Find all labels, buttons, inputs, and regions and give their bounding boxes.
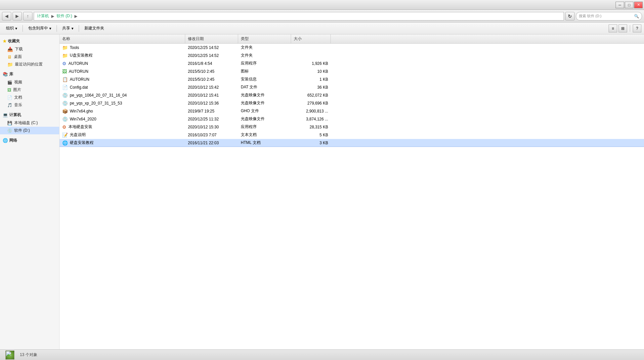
view-button-1[interactable]: ≡ xyxy=(609,24,617,32)
file-size: 3,874,126 ... xyxy=(306,117,328,121)
view-button-2[interactable]: ⊞ xyxy=(619,24,627,32)
refresh-button[interactable]: ↻ xyxy=(565,12,575,21)
table-row[interactable]: ⚙ 本地硬盘安装 2020/10/12 15:30 应用程序 28,315 KB xyxy=(60,123,644,131)
file-name: 光盘说明 xyxy=(70,132,86,138)
main-layout: ★ 收藏夹 📥 下载 🖥 桌面 📁 最近访问的位置 📚 库 xyxy=(0,34,644,349)
sidebar-item-music[interactable]: 🎵 音乐 xyxy=(0,101,59,109)
sidebar-item-disk-d[interactable]: 💿 软件 (D:) xyxy=(0,127,59,134)
file-type: GHO 文件 xyxy=(241,108,259,114)
col-size-label: 大小 xyxy=(294,36,302,42)
share-button[interactable]: 共享 ▾ xyxy=(59,24,77,33)
doc-icon: 📄 xyxy=(7,95,12,100)
status-count: 13 个对象 xyxy=(20,352,37,358)
table-row[interactable]: 📁 U盘安装教程 2020/12/25 14:52 文件夹 xyxy=(60,52,644,60)
sidebar-item-video[interactable]: 🎬 视频 xyxy=(0,78,59,86)
file-size: 28,315 KB xyxy=(310,125,328,129)
sidebar-library-header[interactable]: 📚 库 xyxy=(0,70,59,78)
sidebar-item-desktop[interactable]: 🖥 桌面 xyxy=(0,53,59,61)
file-cell-name: ⚙ AUTORUN xyxy=(60,60,185,67)
search-box[interactable]: 搜索 软件 (D:) 🔍 xyxy=(576,12,642,21)
table-row[interactable]: ⚙ AUTORUN 2016/1/8 4:54 应用程序 1,926 KB xyxy=(60,60,644,68)
table-row[interactable]: 🌐 硬盘安装教程 2016/11/21 22:03 HTML 文档 3 KB xyxy=(60,139,644,147)
file-cell-size: 3 KB xyxy=(291,139,331,147)
file-list: 📁 Tools 2020/12/25 14:52 文件夹 📁 U盘安装教程 20… xyxy=(60,44,644,349)
sidebar-item-download[interactable]: 📥 下载 xyxy=(0,45,59,53)
file-name: U盘安装教程 xyxy=(70,53,93,58)
sidebar-item-disk-c[interactable]: 💾 本地磁盘 (C:) xyxy=(0,119,59,127)
path-drive[interactable]: 软件 (D:) xyxy=(56,13,73,19)
organize-button[interactable]: 组织 ▾ xyxy=(3,24,21,33)
file-type-icon: 📦 xyxy=(62,109,68,114)
sidebar-item-doc[interactable]: 📄 文档 xyxy=(0,94,59,101)
file-name: AUTORUN xyxy=(68,61,88,66)
file-cell-date: 2015/5/10 2:45 xyxy=(185,68,238,75)
share-label: 共享 xyxy=(62,25,70,31)
table-row[interactable]: 💿 Win7x64_2020 2020/12/25 11:32 光盘映像文件 3… xyxy=(60,115,644,123)
sidebar-computer-header[interactable]: 💻 计算机 xyxy=(0,111,59,119)
table-row[interactable]: 📋 AUTORUN 2015/5/10 2:45 安装信息 1 KB xyxy=(60,75,644,83)
col-header-name[interactable]: 名称 xyxy=(60,34,185,43)
file-cell-date: 2019/9/7 19:25 xyxy=(185,107,238,115)
file-cell-name: 📦 Win7x64.gho xyxy=(60,107,185,115)
table-row[interactable]: 💿 pe_yqs_xp_20_07_31_15_53 2020/10/12 15… xyxy=(60,99,644,107)
file-type-icon: 📄 xyxy=(62,85,68,90)
file-modified: 2016/11/21 22:03 xyxy=(188,141,219,145)
sidebar-item-image[interactable]: 🖼 图片 xyxy=(0,86,59,94)
back-button[interactable]: ◀ xyxy=(2,12,11,21)
sidebar-music-label: 音乐 xyxy=(14,102,22,108)
sidebar-image-label: 图片 xyxy=(13,87,21,93)
file-cell-size xyxy=(291,52,331,59)
sidebar-desktop-label: 桌面 xyxy=(14,54,22,60)
file-type: 应用程序 xyxy=(241,61,257,66)
maximize-button[interactable]: □ xyxy=(625,2,633,8)
minimize-button[interactable]: ─ xyxy=(616,2,624,8)
file-name: 本地硬盘安装 xyxy=(68,124,92,130)
star-icon: ★ xyxy=(3,39,7,44)
col-header-size[interactable]: 大小 xyxy=(291,34,331,43)
table-row[interactable]: 📁 Tools 2020/12/25 14:52 文件夹 xyxy=(60,44,644,52)
file-cell-type: 光盘映像文件 xyxy=(238,115,291,123)
col-header-type[interactable]: 类型 xyxy=(238,34,291,43)
sidebar-favorites-header[interactable]: ★ 收藏夹 xyxy=(0,37,59,45)
sidebar-disk-d-label: 软件 (D:) xyxy=(14,128,30,133)
file-type-icon: 💿 xyxy=(62,116,68,122)
file-cell-name: 📋 AUTORUN xyxy=(60,75,185,83)
sidebar-network-header[interactable]: 🌐 网络 xyxy=(0,136,59,145)
file-type-icon: ⚙ xyxy=(62,61,66,66)
file-modified: 2020/10/12 15:42 xyxy=(188,85,219,90)
table-row[interactable]: 🖼 AUTORUN 2015/5/10 2:45 图标 10 KB xyxy=(60,68,644,75)
file-type-icon: 📁 xyxy=(62,45,68,50)
table-row[interactable]: 📝 光盘说明 2016/10/23 7:07 文本文档 5 KB xyxy=(60,131,644,139)
col-header-modified[interactable]: 修改日期 xyxy=(185,34,238,43)
file-type: 应用程序 xyxy=(241,124,257,130)
sidebar-item-recent[interactable]: 📁 最近访问的位置 xyxy=(0,61,59,68)
path-computer[interactable]: 计算机 xyxy=(36,13,50,19)
new-folder-button[interactable]: 新建文件夹 xyxy=(81,24,107,33)
file-modified: 2015/5/10 2:45 xyxy=(188,77,214,82)
file-name: AUTORUN xyxy=(70,77,89,82)
toolbar-separator-3 xyxy=(79,25,79,32)
column-headers: 名称 修改日期 类型 大小 xyxy=(60,34,644,44)
file-cell-type: 文件夹 xyxy=(238,52,291,59)
forward-button[interactable]: ▶ xyxy=(13,12,22,21)
toolbar: 组织 ▾ 包含到库中 ▾ 共享 ▾ 新建文件夹 ≡ ⊞ ? xyxy=(0,22,644,34)
file-cell-type: 安装信息 xyxy=(238,75,291,83)
file-cell-date: 2016/1/8 4:54 xyxy=(185,60,238,67)
table-row[interactable]: 📦 Win7x64.gho 2019/9/7 19:25 GHO 文件 2,90… xyxy=(60,107,644,115)
file-modified: 2020/10/12 15:41 xyxy=(188,93,219,98)
close-button[interactable]: ✕ xyxy=(634,2,643,8)
file-size: 10 KB xyxy=(317,69,328,74)
file-modified: 2019/9/7 19:25 xyxy=(188,109,214,113)
library-icon: 📚 xyxy=(3,72,8,77)
up-button[interactable]: ↑ xyxy=(23,12,32,21)
table-row[interactable]: 💿 pe_yqs_1064_20_07_31_16_04 2020/10/12 … xyxy=(60,91,644,99)
path-sep-2: ▶ xyxy=(74,14,77,19)
sidebar-favorites-section: ★ 收藏夹 📥 下载 🖥 桌面 📁 最近访问的位置 xyxy=(0,37,59,68)
include-dropdown-icon: ▾ xyxy=(49,26,51,31)
file-cell-name: 📁 U盘安装教程 xyxy=(60,52,185,59)
table-row[interactable]: 📄 Config.dat 2020/10/12 15:42 DAT 文件 36 … xyxy=(60,83,644,91)
help-button[interactable]: ? xyxy=(633,24,641,32)
sidebar-disk-c-label: 本地磁盘 (C:) xyxy=(14,120,38,126)
include-button[interactable]: 包含到库中 ▾ xyxy=(25,24,55,33)
file-cell-name: 💿 pe_yqs_1064_20_07_31_16_04 xyxy=(60,91,185,99)
